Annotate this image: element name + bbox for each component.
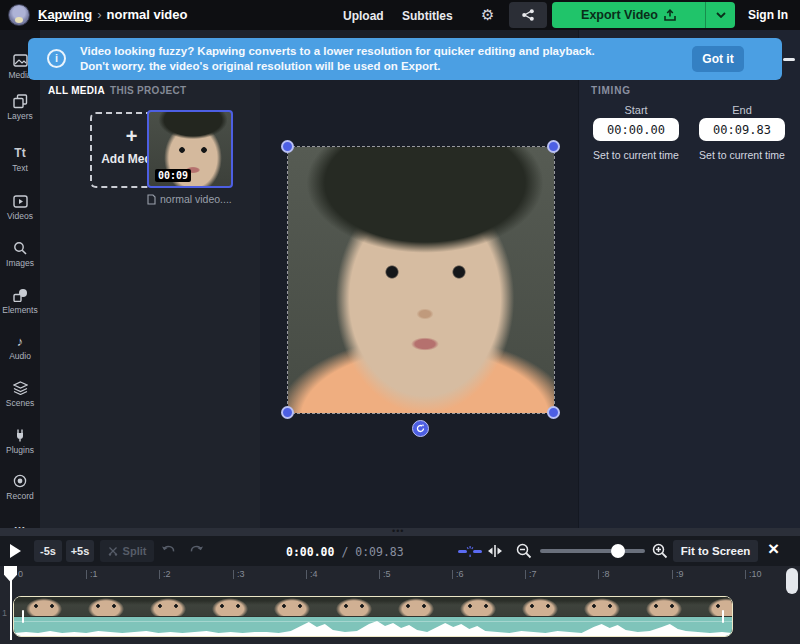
sidebar-item-plugins[interactable]: Plugins (0, 427, 40, 455)
set-start-current-time-button[interactable]: Set to current time (586, 149, 686, 161)
timeline-resize-bar[interactable]: ••• (0, 528, 800, 536)
panel-scrollbar-dash[interactable] (783, 58, 795, 61)
kapwing-logo[interactable] (8, 4, 30, 26)
subtitles-button[interactable]: Subtitles (402, 9, 453, 23)
timing-panel: TIMING Start End Set to current time Set… (578, 30, 800, 528)
clip-trim-handle-right[interactable] (722, 610, 724, 623)
zoom-out-icon (516, 543, 532, 559)
snap-icon (458, 546, 482, 557)
resolution-notice-banner: i Video looking fuzzy? Kapwing converts … (28, 38, 782, 80)
set-end-current-time-button[interactable]: Set to current time (692, 149, 792, 161)
plugins-icon (13, 428, 27, 442)
export-video-main[interactable]: Export Video (552, 2, 705, 28)
scenes-icon (13, 381, 28, 395)
ruler-tick: :3 (233, 570, 245, 579)
video-frame (288, 147, 554, 413)
duration-badge: 00:09 (155, 169, 191, 182)
sidebar-item-label: Images (0, 258, 40, 268)
ruler-tick: :6 (452, 570, 464, 579)
timeline-video-clip[interactable] (13, 596, 733, 637)
sidebar-item-videos[interactable]: Videos (0, 193, 40, 221)
fit-to-screen-button[interactable]: Fit to Screen (673, 540, 758, 562)
timeline-zoom-slider[interactable] (540, 549, 645, 553)
sidebar-item-label: Scenes (0, 398, 40, 408)
resize-handle-top-left[interactable] (281, 140, 294, 153)
sidebar-item-audio[interactable]: ♪ Audio (0, 333, 40, 361)
info-icon: i (47, 49, 66, 68)
timeline: 0 :1 :2 :3 :4 :5 :6 :7 :8 :9 :10 1 (0, 566, 800, 644)
undo-button[interactable] (161, 544, 176, 555)
resize-handle-bottom-right[interactable] (547, 406, 560, 419)
sidebar-item-label: Audio (0, 351, 40, 361)
sidebar-item-label: Elements (0, 305, 40, 315)
share-icon (521, 8, 535, 22)
export-video-button[interactable]: Export Video (552, 2, 735, 28)
banner-line-2: Don't worry. the video's original resolu… (80, 59, 670, 74)
sidebar-item-label: Videos (0, 211, 40, 221)
media-library-thumbnail[interactable]: 00:09 (147, 110, 233, 188)
videos-icon (13, 195, 28, 208)
breadcrumb-home-link[interactable]: Kapwing (38, 7, 92, 22)
redo-icon (189, 544, 204, 555)
sign-in-button[interactable]: Sign In (748, 8, 788, 22)
snap-toggle-button[interactable] (458, 546, 482, 557)
file-icon (147, 194, 156, 205)
export-options-caret[interactable] (705, 2, 735, 28)
mirror-arrows-icon (487, 545, 503, 557)
start-time-input[interactable] (593, 118, 679, 141)
banner-line-1: Video looking fuzzy? Kapwing converts to… (80, 44, 670, 59)
breadcrumb: Kapwing›normal video (38, 7, 187, 22)
redo-button[interactable] (189, 544, 204, 555)
clip-trim-handle-left[interactable] (22, 610, 24, 623)
resize-handle-bottom-left[interactable] (281, 406, 294, 419)
time-separator: / (334, 545, 355, 559)
clip-waveform (14, 617, 732, 636)
sidebar-item-label: Layers (0, 111, 40, 121)
ruler-tick: :1 (86, 570, 98, 579)
rotate-handle[interactable] (412, 420, 429, 437)
sidebar-item-elements[interactable]: Elements (0, 287, 40, 315)
top-bar: Kapwing›normal video Upload Subtitles ⚙ … (0, 0, 800, 30)
timeline-toolbar: -5s +5s Split 0:00.00 / 0:09.83 (0, 536, 800, 566)
zoom-out-button[interactable] (516, 543, 532, 559)
split-button[interactable]: Split (100, 540, 154, 562)
sidebar-item-label: Record (0, 491, 40, 501)
share-button[interactable] (509, 2, 547, 28)
tab-all-media[interactable]: ALL MEDIA (48, 85, 105, 96)
waveform-graphic (14, 617, 732, 636)
rewind-5s-button[interactable]: -5s (34, 540, 62, 562)
sidebar-item-text[interactable]: Tt Text (0, 145, 40, 173)
sidebar-item-scenes[interactable]: Scenes (0, 380, 40, 408)
media-clip-name: normal video.... (160, 193, 232, 205)
split-view-button[interactable] (487, 545, 503, 557)
ruler-tick: :5 (379, 570, 391, 579)
page-title[interactable]: normal video (107, 7, 188, 22)
zoom-slider-knob[interactable] (611, 544, 625, 558)
ruler-tick: :10 (745, 570, 762, 579)
end-time-input[interactable] (699, 118, 785, 141)
play-button[interactable] (10, 544, 21, 558)
upload-button[interactable]: Upload (343, 9, 384, 23)
timeline-scrollbar-thumb[interactable] (786, 568, 798, 594)
close-timeline-icon[interactable]: × (768, 538, 779, 560)
settings-gear-icon[interactable]: ⚙ (481, 6, 494, 23)
rotate-icon (412, 420, 429, 437)
elements-icon (13, 288, 28, 302)
media-clip-caption: normal video.... (147, 193, 257, 205)
export-video-label: Export Video (581, 8, 658, 22)
sidebar: Media Layers Tt Text Videos Images Eleme… (0, 30, 40, 528)
sidebar-item-layers[interactable]: Layers (0, 93, 40, 121)
got-it-button[interactable]: Got it (692, 46, 744, 72)
drag-dots-icon: ••• (392, 530, 408, 534)
ruler-tick: :9 (672, 570, 684, 579)
timing-title: TIMING (591, 85, 631, 96)
forward-5s-button[interactable]: +5s (66, 540, 94, 562)
images-search-icon (13, 241, 27, 255)
tab-this-project[interactable]: THIS PROJECT (110, 85, 186, 96)
selected-video-layer[interactable] (288, 147, 554, 413)
record-icon (13, 474, 27, 488)
zoom-in-button[interactable] (652, 543, 668, 559)
sidebar-item-images[interactable]: Images (0, 240, 40, 268)
resize-handle-top-right[interactable] (547, 140, 560, 153)
sidebar-item-record[interactable]: Record (0, 473, 40, 501)
